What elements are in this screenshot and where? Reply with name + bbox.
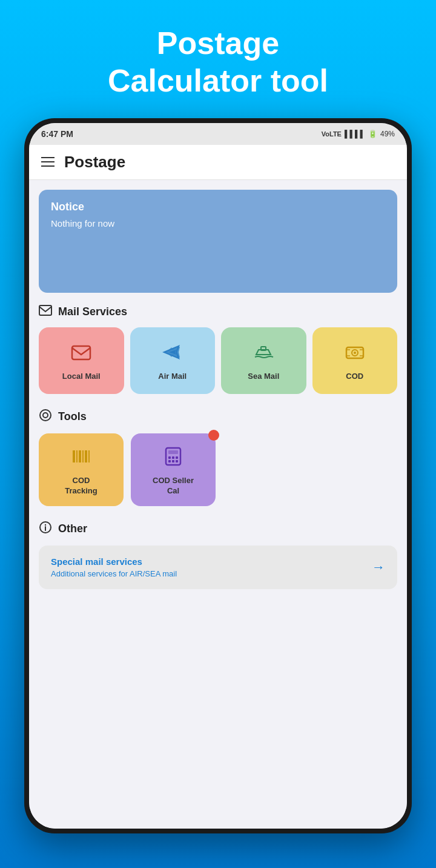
notification-dot (208, 430, 219, 441)
svg-rect-12 (73, 450, 75, 462)
sea-mail-card[interactable]: Sea Mail (221, 327, 306, 394)
tools-title: Tools (58, 410, 87, 423)
sea-mail-icon (253, 341, 274, 366)
cod-tracking-icon (70, 446, 92, 470)
other-title: Other (58, 522, 87, 535)
hamburger-line-2 (41, 161, 54, 162)
cod-seller-cal-label: COD SellerCal (153, 476, 194, 496)
svg-rect-2 (261, 347, 266, 350)
app-header: Postage (29, 145, 407, 180)
svg-point-10 (40, 410, 51, 421)
svg-rect-13 (76, 450, 78, 462)
mail-services-grid: Local Mail (39, 327, 397, 394)
arrow-right-icon: → (372, 559, 385, 575)
cod-tracking-card[interactable]: CODTracking (39, 433, 124, 506)
status-icons: VoLTE ▌▌▌▌ 🔋 49% (322, 130, 395, 138)
svg-rect-17 (88, 450, 90, 462)
svg-rect-1 (72, 346, 90, 359)
signal-icon: ▌▌▌▌ (345, 130, 365, 138)
svg-rect-19 (168, 450, 178, 454)
notice-card: Notice Nothing for now (39, 190, 397, 293)
svg-rect-15 (82, 450, 84, 462)
cod-label: COD (346, 372, 363, 382)
other-header: Other (39, 521, 397, 537)
svg-point-28 (45, 524, 46, 526)
local-mail-label: Local Mail (62, 372, 101, 382)
special-mail-subtitle: Additional services for AIR/SEA mail (51, 569, 177, 578)
lte-icon: VoLTE (322, 130, 342, 138)
mail-services-header: Mail Services (39, 305, 397, 319)
tools-grid: CODTracking (39, 433, 397, 506)
local-mail-card[interactable]: Local Mail (39, 327, 124, 394)
svg-rect-25 (176, 460, 178, 462)
svg-rect-20 (168, 456, 171, 459)
cod-icon (344, 341, 366, 366)
cod-seller-cal-card[interactable]: COD SellerCal (131, 433, 216, 506)
air-mail-card[interactable]: Air Mail (130, 327, 216, 394)
notice-title: Notice (51, 201, 385, 213)
tools-section-icon (39, 409, 52, 425)
local-mail-icon (70, 341, 92, 366)
phone-mockup: 6:47 PM VoLTE ▌▌▌▌ 🔋 49% Postage Notice … (24, 118, 412, 833)
hamburger-line-3 (41, 165, 54, 167)
sea-mail-label: Sea Mail (248, 372, 279, 382)
svg-rect-0 (39, 305, 51, 315)
notice-text: Nothing for now (51, 218, 385, 229)
svg-rect-24 (172, 460, 174, 462)
other-section-icon (39, 521, 52, 537)
app-content: Notice Nothing for now Mail Services (29, 180, 407, 829)
svg-rect-21 (172, 456, 174, 459)
cod-seller-icon (162, 446, 184, 470)
hamburger-line-1 (41, 157, 54, 158)
app-title: Postage (64, 153, 125, 172)
hamburger-menu-button[interactable] (41, 157, 54, 167)
svg-point-5 (354, 352, 356, 354)
status-time: 6:47 PM (41, 129, 73, 139)
svg-rect-16 (85, 450, 87, 462)
status-bar: 6:47 PM VoLTE ▌▌▌▌ 🔋 49% (29, 123, 407, 145)
hero-title: PostageCalculator tool (108, 24, 328, 100)
other-card-text: Special mail services Additional service… (51, 556, 177, 578)
svg-point-11 (43, 413, 48, 418)
cod-tracking-label: CODTracking (65, 476, 97, 496)
phone-screen: 6:47 PM VoLTE ▌▌▌▌ 🔋 49% Postage Notice … (29, 123, 407, 829)
cod-card[interactable]: COD (312, 327, 398, 394)
battery-icon: 🔋 (368, 130, 377, 138)
hero-section: PostageCalculator tool (108, 0, 328, 100)
svg-rect-23 (168, 460, 171, 462)
special-mail-title: Special mail services (51, 556, 177, 567)
mail-services-title: Mail Services (58, 305, 127, 318)
tools-header: Tools (39, 409, 397, 425)
air-mail-icon (162, 341, 183, 366)
air-mail-label: Air Mail (158, 372, 187, 382)
mail-section-icon (39, 305, 52, 319)
battery-percent: 49% (380, 130, 395, 138)
special-mail-services-card[interactable]: Special mail services Additional service… (39, 546, 397, 589)
svg-rect-14 (79, 450, 81, 462)
svg-rect-22 (176, 456, 178, 459)
